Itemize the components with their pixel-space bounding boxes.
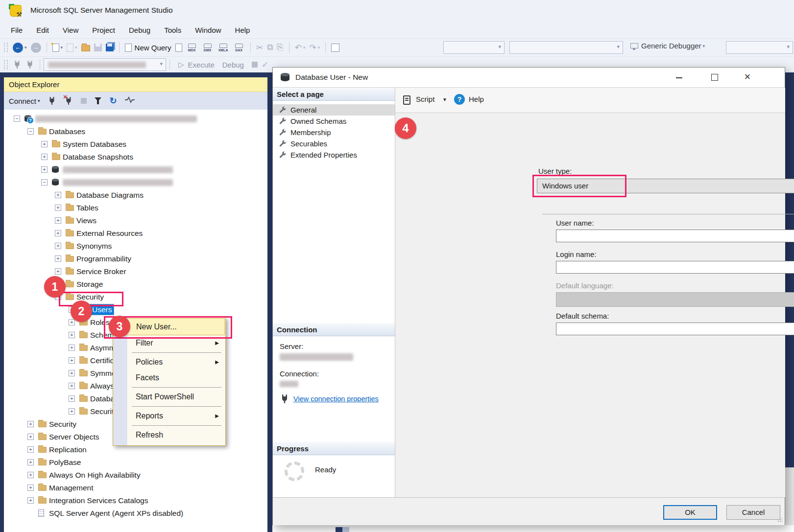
expand-icon[interactable]: + <box>27 459 34 465</box>
connect-menu-button[interactable]: Connect ▾ <box>9 97 40 105</box>
menu-window[interactable]: Window <box>188 22 228 38</box>
close-button[interactable]: × <box>739 70 756 84</box>
default-schema-input[interactable] <box>556 323 794 335</box>
disconnect-icon[interactable]: ✕ <box>64 96 73 105</box>
tree-item-database-snapshots[interactable]: +Database Snapshots <box>4 151 267 163</box>
tree-item-sql-server-agent-agent-xps-disabled[interactable]: SQL Server Agent (Agent XPs disabled) <box>4 507 267 520</box>
tree-item-tables[interactable]: +Tables <box>4 202 267 214</box>
maximize-button[interactable] <box>706 70 723 84</box>
tree-item-synonyms[interactable]: +Synonyms <box>4 240 267 253</box>
add-item-button[interactable]: ▾ <box>67 44 77 52</box>
script-button[interactable]: Script <box>416 95 434 103</box>
view-connection-properties-link[interactable]: View connection properties <box>293 395 379 403</box>
toolbar-grip[interactable] <box>4 60 8 69</box>
disconnect-db-button[interactable] <box>25 60 34 69</box>
tree-item-integration-services-catalogs[interactable]: +Integration Services Catalogs <box>4 494 267 507</box>
menu-tools[interactable]: Tools <box>157 22 188 38</box>
filter-icon[interactable] <box>95 97 101 105</box>
query-designer-button[interactable] <box>331 44 339 52</box>
expand-icon[interactable]: + <box>55 268 61 275</box>
tree-item-databases[interactable]: −Databases <box>4 125 267 138</box>
context-menu-item-reports[interactable]: Reports▶ <box>113 408 225 424</box>
expand-icon[interactable]: + <box>27 421 34 427</box>
minimize-button[interactable] <box>671 70 687 84</box>
tree-item-external-resources[interactable]: +External Resources <box>4 227 267 240</box>
connect-db-button[interactable] <box>13 60 22 69</box>
cancel-button[interactable]: Cancel <box>726 505 780 520</box>
tree-item-programmability[interactable]: +Programmability <box>4 253 267 265</box>
tree-item-polybase[interactable]: +PolyBase <box>4 456 267 469</box>
collapse-icon[interactable]: − <box>27 128 34 135</box>
expand-icon[interactable]: + <box>69 383 75 389</box>
tree-item-database-diagrams[interactable]: +Database Diagrams <box>4 189 267 202</box>
page-item-general[interactable]: General <box>273 104 395 116</box>
menu-file[interactable]: File <box>4 22 29 38</box>
tree-item-system-databases[interactable]: +System Databases <box>4 138 267 151</box>
context-menu-item-facets[interactable]: Facets <box>113 370 225 386</box>
expand-icon[interactable]: + <box>69 357 75 364</box>
user-name-input[interactable] <box>556 230 794 242</box>
paste-button[interactable]: ⎘ <box>277 43 284 52</box>
cut-button[interactable]: ✂ <box>256 43 263 53</box>
tree-item-database-node[interactable]: + <box>4 163 267 176</box>
toolbar-combo-2[interactable] <box>509 41 623 54</box>
redo-button[interactable]: ↷▾ <box>309 43 320 53</box>
expand-icon[interactable]: + <box>69 408 75 415</box>
refresh-icon[interactable]: ↻ <box>109 96 117 105</box>
expand-icon[interactable]: + <box>55 205 61 211</box>
navigate-back-button[interactable]: ←▾ <box>13 43 27 53</box>
context-menu-item-start-powershell[interactable]: Start PowerShell <box>113 389 225 405</box>
expand-icon[interactable]: + <box>41 166 48 173</box>
debug-button[interactable]: Debug <box>222 61 244 69</box>
mdx-query-button[interactable]: MDX <box>186 44 198 52</box>
new-query-button[interactable]: New Query <box>125 44 171 52</box>
expand-icon[interactable]: + <box>55 243 61 249</box>
menu-debug[interactable]: Debug <box>122 22 157 38</box>
copy-button[interactable]: ⧉ <box>267 43 273 52</box>
tree-item-server-node[interactable]: − <box>4 113 267 125</box>
expand-icon[interactable]: + <box>69 370 75 376</box>
page-item-membership[interactable]: Membership <box>273 127 395 138</box>
expand-icon[interactable]: + <box>55 192 61 198</box>
parse-button[interactable]: ✓ <box>262 60 268 70</box>
page-item-owned-schemas[interactable]: Owned Schemas <box>273 116 395 127</box>
menu-help[interactable]: Help <box>228 22 257 38</box>
execute-button[interactable]: Execute <box>188 61 215 69</box>
context-menu-item-policies[interactable]: Policies▶ <box>113 354 225 370</box>
expand-icon[interactable]: + <box>69 345 75 351</box>
expand-icon[interactable]: + <box>55 230 61 236</box>
tree-item-users[interactable]: +Users <box>4 303 267 316</box>
menu-project[interactable]: Project <box>85 22 122 38</box>
expand-icon[interactable]: + <box>27 497 34 504</box>
menu-edit[interactable]: Edit <box>29 22 56 38</box>
toolbar-combo-3[interactable] <box>726 41 793 54</box>
context-menu-item-refresh[interactable]: Refresh <box>113 427 225 443</box>
new-database-query-button[interactable] <box>175 44 182 52</box>
activity-monitor-icon[interactable] <box>125 96 135 105</box>
collapse-icon[interactable]: − <box>41 179 48 185</box>
tree-item-storage[interactable]: +Storage <box>4 278 267 291</box>
navigate-forward-button[interactable]: → <box>31 43 41 53</box>
dax-query-button[interactable]: DAX <box>233 44 245 52</box>
expand-icon[interactable]: + <box>69 319 75 325</box>
undo-button[interactable]: ↶▾ <box>295 43 306 53</box>
collapse-icon[interactable]: − <box>14 116 20 122</box>
save-all-button[interactable] <box>106 44 114 51</box>
expand-icon[interactable]: + <box>55 255 61 262</box>
new-file-button[interactable]: ▾ <box>52 44 63 52</box>
tree-item-service-broker[interactable]: +Service Broker <box>4 265 267 278</box>
tree-item-views[interactable]: +Views <box>4 214 267 227</box>
generic-debugger-button[interactable]: Generic Debugger ▾ <box>630 42 705 50</box>
xmla-query-button[interactable]: XMLA <box>217 44 230 52</box>
expand-icon[interactable]: + <box>27 446 34 453</box>
tree-item-security[interactable]: −Security <box>4 291 267 303</box>
tree-item-management[interactable]: +Management <box>4 482 267 494</box>
expand-icon[interactable]: + <box>27 434 34 440</box>
page-item-extended-properties[interactable]: Extended Properties <box>273 149 395 161</box>
menu-view[interactable]: View <box>56 22 85 38</box>
save-button[interactable] <box>94 44 102 51</box>
tree-item-always-on-high-availability[interactable]: +Always On High Availability <box>4 469 267 482</box>
expand-icon[interactable]: + <box>27 472 34 478</box>
expand-icon[interactable]: + <box>69 332 75 338</box>
toolbar-grip[interactable] <box>4 43 8 52</box>
